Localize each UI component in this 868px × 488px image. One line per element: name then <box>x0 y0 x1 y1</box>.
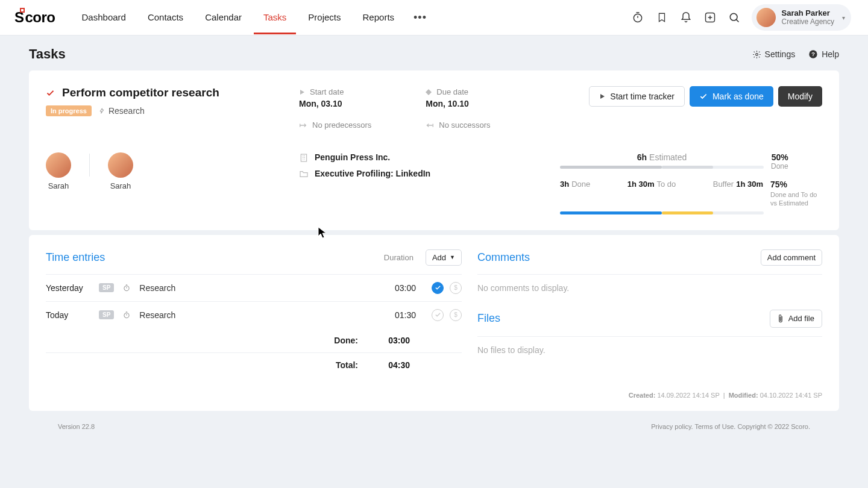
version: Version 22.8 <box>58 423 95 430</box>
arrow-left-icon <box>426 122 434 128</box>
done-value: 3h <box>560 180 569 189</box>
avatar <box>46 152 71 178</box>
assignee[interactable]: Sarah <box>46 152 71 190</box>
bolt-icon <box>99 108 105 114</box>
task-card: Perform competitor research In progress … <box>29 70 839 230</box>
svg-point-3 <box>755 53 758 55</box>
help-button[interactable]: ? Help <box>808 49 839 59</box>
progress-bar-done-todo <box>560 211 764 214</box>
nav-calendar[interactable]: Calendar <box>195 1 251 34</box>
buffer-value: 1h 30m <box>736 180 763 189</box>
duration-column-header: Duration <box>384 253 414 262</box>
entry-day: Yesterday <box>46 283 90 293</box>
ratio-percent: 75% <box>770 180 822 189</box>
nav-reports[interactable]: Reports <box>353 1 404 34</box>
no-successors: No successors <box>439 120 490 130</box>
nav-dashboard[interactable]: Dashboard <box>72 1 136 34</box>
billable-toggle-icon[interactable]: $ <box>450 309 462 321</box>
task-title: Perform competitor research <box>62 86 219 99</box>
chevron-down-icon: ▾ <box>842 14 845 21</box>
comments-title: Comments <box>477 251 530 264</box>
add-comment-button[interactable]: Add comment <box>761 249 822 266</box>
progress-bar-estimated <box>560 166 764 169</box>
folder-icon <box>299 169 309 178</box>
project-name[interactable]: Executive Profiling: LinkedIn <box>315 169 430 178</box>
done-label: Done <box>571 180 590 189</box>
svg-text:?: ? <box>811 51 815 57</box>
diamond-icon <box>426 89 432 95</box>
stopwatch-icon <box>122 284 131 292</box>
check-icon <box>699 92 708 101</box>
company-name[interactable]: Penguin Press Inc. <box>315 152 390 162</box>
entry-duration: 01:30 <box>380 310 416 320</box>
no-predecessors: No predecessors <box>312 120 371 130</box>
entry-duration: 03:00 <box>380 283 416 293</box>
add-time-entry-button[interactable]: Add ▼ <box>426 249 462 266</box>
todo-value: 1h 30m <box>627 180 655 189</box>
check-icon <box>46 89 55 98</box>
done-total-value: 03:00 <box>374 336 410 345</box>
play-icon <box>299 89 305 95</box>
comments-empty: No comments to display. <box>477 283 822 293</box>
estimated-value: 6h <box>637 152 647 162</box>
total-label: Total: <box>336 360 358 370</box>
svg-point-8 <box>124 313 129 318</box>
due-date-label: Due date <box>436 87 468 96</box>
assignee-name: Sarah <box>108 181 133 190</box>
files-empty: No files to display. <box>477 345 822 355</box>
assignee[interactable]: Sarah <box>108 152 133 190</box>
brand-logo[interactable]: Scoro <box>14 9 55 26</box>
total-value: 04:30 <box>374 360 410 370</box>
audit-info: Created: 14.09.2022 14:14 SP | Modified:… <box>46 392 822 399</box>
play-icon <box>599 93 605 99</box>
building-icon <box>299 153 309 163</box>
user-menu[interactable]: Sarah Parker Creative Agency ▾ <box>752 4 851 31</box>
due-date-value: Mon, 10.10 <box>426 99 490 108</box>
settings-button[interactable]: Settings <box>752 49 796 59</box>
add-icon[interactable] <box>703 11 717 24</box>
nav-tasks[interactable]: Tasks <box>254 1 296 34</box>
footer: Version 22.8 Privacy policy. Terms of Us… <box>29 416 839 430</box>
time-entry-row[interactable]: Yesterday SP Research 03:00 $ <box>46 274 462 301</box>
search-icon[interactable] <box>728 11 741 24</box>
nav-more[interactable]: ••• <box>406 1 434 34</box>
entry-activity: Research <box>139 310 371 320</box>
status-badge: In progress <box>46 105 92 116</box>
user-initials-badge: SP <box>99 310 114 319</box>
start-tracker-button[interactable]: Start time tracker <box>589 86 685 107</box>
done-toggle-icon[interactable] <box>432 282 444 294</box>
legal: Privacy policy. Terms of Use. Copyright … <box>651 423 810 430</box>
svg-rect-6 <box>301 154 306 161</box>
done-total-label: Done: <box>334 336 358 345</box>
time-entries-title: Time entries <box>46 251 105 264</box>
bookmark-icon[interactable] <box>655 11 668 24</box>
mark-done-button[interactable]: Mark as done <box>690 86 773 107</box>
activity-type: Research <box>99 106 145 116</box>
caret-down-icon: ▼ <box>450 254 455 260</box>
add-file-button[interactable]: Add file <box>770 310 822 328</box>
user-avatar <box>756 8 776 27</box>
svg-point-2 <box>730 13 737 20</box>
bell-icon[interactable] <box>679 11 693 24</box>
stopwatch-icon[interactable] <box>631 11 644 24</box>
time-entry-row[interactable]: Today SP Research 01:30 $ <box>46 301 462 328</box>
arrow-right-icon <box>299 122 307 128</box>
divider <box>89 154 90 177</box>
paperclip-icon <box>778 314 784 324</box>
buffer-label: Buffer <box>713 180 734 189</box>
avatar <box>108 152 133 178</box>
nav-projects[interactable]: Projects <box>298 1 350 34</box>
done-toggle-icon[interactable] <box>432 309 444 321</box>
user-name: Sarah Parker <box>782 9 834 18</box>
main-nav-menu: Dashboard Contacts Calendar Tasks Projec… <box>72 1 434 34</box>
done-percent: 50% <box>771 152 788 162</box>
nav-contacts[interactable]: Contacts <box>138 1 193 34</box>
stopwatch-icon <box>122 311 131 319</box>
entry-activity: Research <box>139 283 371 293</box>
billable-toggle-icon[interactable]: $ <box>450 282 462 294</box>
assignee-name: Sarah <box>46 181 71 190</box>
modify-button[interactable]: Modify <box>778 86 822 107</box>
user-org: Creative Agency <box>782 18 834 27</box>
todo-label: To do <box>656 180 676 189</box>
gear-icon <box>752 50 761 59</box>
